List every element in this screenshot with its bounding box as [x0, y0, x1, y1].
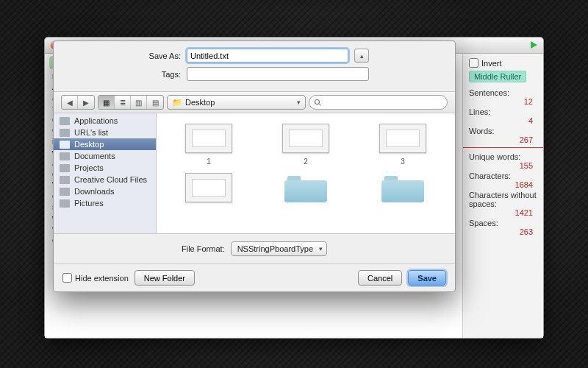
- sidebar-item-projects[interactable]: Projects: [54, 162, 156, 174]
- grid-item[interactable]: 3: [358, 124, 448, 166]
- stat-unique-value: 155: [469, 161, 533, 170]
- coverflow-view-button[interactable]: ▤: [147, 96, 163, 109]
- grid-item[interactable]: 1: [164, 124, 254, 166]
- save-button[interactable]: Save: [408, 270, 446, 286]
- folder-icon: [60, 117, 70, 125]
- play-icon[interactable]: [531, 41, 537, 49]
- sidebar-item-label: Documents: [74, 152, 115, 160]
- file-grid: 123: [157, 113, 455, 233]
- browser-toolbar: ◀ ▶ ▦ ≣ ▥ ▤ 📁 Desktop ▾: [54, 91, 455, 113]
- stat-sentences-value: 12: [469, 97, 533, 106]
- column-view-button[interactable]: ▥: [131, 96, 147, 109]
- sidebar-item-label: URL's list: [74, 128, 108, 137]
- sidebar-item-pictures[interactable]: Pictures: [54, 197, 156, 209]
- folder-icon: [60, 152, 70, 160]
- ruler-chip[interactable]: Middle Ruller: [469, 71, 526, 82]
- disclosure-button[interactable]: [354, 49, 369, 63]
- sidebar-item-applications[interactable]: Applications: [54, 115, 156, 127]
- folder-icon: [60, 188, 70, 196]
- stat-spaces-value: 263: [469, 227, 533, 236]
- grid-item[interactable]: [358, 173, 448, 207]
- search-input[interactable]: [325, 98, 442, 107]
- saveas-input[interactable]: [187, 49, 348, 63]
- document-thumb-icon: [185, 173, 232, 202]
- document-thumb-icon: [282, 124, 329, 153]
- folder-icon: 📁: [172, 98, 182, 107]
- saveas-label: Save As:: [140, 52, 181, 60]
- file-browser: ApplicationsURL's listDesktopDocumentsPr…: [54, 113, 455, 234]
- grid-item[interactable]: [261, 173, 351, 207]
- grid-item-label: 2: [304, 158, 308, 166]
- folder-icon: [381, 173, 424, 202]
- sidebar-item-documents[interactable]: Documents: [54, 150, 156, 162]
- sidebar-item-url-s-list[interactable]: URL's list: [54, 127, 156, 138]
- hide-extension-checkbox[interactable]: Hide extension: [62, 273, 129, 283]
- sidebar-source-list: ApplicationsURL's listDesktopDocumentsPr…: [54, 113, 157, 233]
- stat-charsns-label: Characters without spaces:: [469, 191, 537, 208]
- invert-checkbox[interactable]: Invert: [469, 58, 537, 68]
- stat-unique-label: Unique words:: [469, 152, 537, 161]
- save-sheet: Save As: Tags: ◀ ▶ ▦ ≣ ▥ ▤ 📁 Desktop ▾: [53, 40, 456, 292]
- stat-lines-value: 4: [469, 116, 533, 125]
- file-format-value: NSStringPboardType: [237, 244, 313, 253]
- sidebar-item-label: Downloads: [74, 187, 114, 196]
- back-button[interactable]: ◀: [62, 96, 78, 109]
- grid-item[interactable]: [164, 173, 254, 207]
- format-row: File Format: NSStringPboardType: [54, 234, 455, 264]
- format-label: File Format:: [182, 244, 225, 253]
- stats-panel: Invert Middle Ruller Sentences: 12 Lines…: [462, 54, 543, 338]
- sheet-footer: Hide extension New Folder Cancel Save: [54, 264, 455, 291]
- folder-icon: [60, 176, 70, 184]
- grid-item-label: 1: [207, 158, 211, 166]
- search-field[interactable]: [309, 95, 448, 110]
- sidebar-item-label: Applications: [74, 116, 118, 125]
- stat-spaces-label: Spaces:: [469, 219, 537, 227]
- sidebar-item-downloads[interactable]: Downloads: [54, 185, 156, 197]
- stat-charsns-value: 1421: [469, 208, 533, 217]
- location-label: Desktop: [185, 98, 215, 107]
- sidebar-item-label: Creative Cloud Files: [74, 175, 147, 184]
- document-thumb-icon: [379, 124, 426, 153]
- sheet-header: Save As: Tags:: [54, 41, 455, 91]
- file-format-popup[interactable]: NSStringPboardType: [231, 241, 327, 256]
- tags-input[interactable]: [187, 67, 369, 81]
- document-thumb-icon: [185, 124, 232, 153]
- stat-chars-label: Characters:: [469, 171, 537, 180]
- stat-words-value: 267: [469, 135, 533, 144]
- stat-sentences-label: Sentences:: [469, 88, 537, 97]
- chevron-down-icon: ▾: [297, 99, 301, 106]
- sidebar-item-label: Desktop: [74, 140, 104, 149]
- grid-item[interactable]: 2: [261, 124, 351, 166]
- new-folder-button[interactable]: New Folder: [135, 270, 195, 286]
- stat-chars-value: 1684: [469, 180, 533, 189]
- folder-icon: [60, 164, 70, 172]
- cancel-button[interactable]: Cancel: [358, 270, 402, 286]
- folder-icon: [60, 129, 70, 137]
- folder-icon: [284, 173, 327, 202]
- sidebar-item-creative-cloud-files[interactable]: Creative Cloud Files: [54, 174, 156, 185]
- folder-icon: [60, 141, 70, 149]
- sidebar-item-desktop[interactable]: Desktop: [54, 138, 156, 150]
- divider: [463, 147, 543, 148]
- search-icon: [314, 99, 322, 107]
- tags-label: Tags:: [140, 70, 181, 79]
- forward-button[interactable]: ▶: [78, 96, 94, 109]
- sidebar-item-label: Pictures: [74, 199, 104, 208]
- view-mode-segment: ▦ ≣ ▥ ▤: [98, 95, 164, 110]
- location-popup[interactable]: 📁 Desktop ▾: [167, 95, 306, 110]
- grid-item-label: 3: [401, 158, 405, 166]
- sidebar-item-label: Projects: [74, 163, 104, 172]
- folder-icon: [60, 199, 70, 208]
- list-view-button[interactable]: ≣: [115, 96, 131, 109]
- nav-back-forward: ◀ ▶: [61, 95, 95, 110]
- stat-lines-label: Lines:: [469, 107, 537, 116]
- icon-view-button[interactable]: ▦: [98, 96, 115, 109]
- stat-words-label: Words:: [469, 127, 537, 135]
